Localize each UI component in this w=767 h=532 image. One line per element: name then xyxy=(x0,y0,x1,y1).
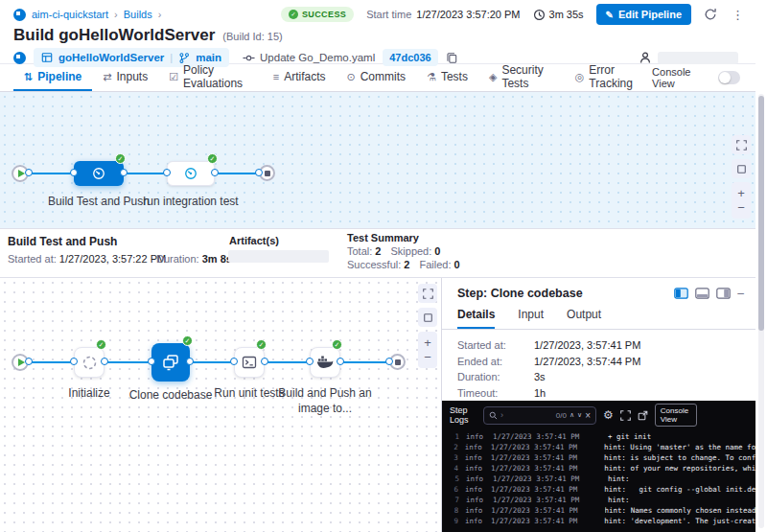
page-scrollbar[interactable] xyxy=(755,0,767,532)
step-panel-tab[interactable]: Output xyxy=(567,308,601,329)
detail-value: 1h xyxy=(534,387,546,399)
step-label[interactable]: Build and Push an image to... xyxy=(270,385,380,416)
gear-icon[interactable]: ⚙ xyxy=(603,408,614,422)
log-line[interactable]: 8 info 1/27/2023 3:57:41 PM hint: Names … xyxy=(442,505,755,516)
tab[interactable]: ◎ Error Tracking xyxy=(565,64,652,91)
layout-bottom-split-icon[interactable] xyxy=(695,288,709,299)
close-icon[interactable]: × xyxy=(585,411,591,420)
user-icon xyxy=(639,51,652,64)
console-view-button[interactable]: Console View xyxy=(655,404,697,427)
connector-dot xyxy=(163,169,171,176)
zoom-in-button[interactable]: + xyxy=(424,336,431,349)
layout-right-split-icon[interactable] xyxy=(674,288,688,299)
tab-label: Policy Evaluations xyxy=(183,63,252,90)
tab[interactable]: ≡ Artifacts xyxy=(263,64,337,91)
terminal-icon xyxy=(242,355,257,370)
log-line[interactable]: 9 info 1/27/2023 3:57:41 PM hint: 'devel… xyxy=(442,516,755,526)
log-timestamp: 1/27/2023 3:57:41 PM xyxy=(491,463,577,474)
breadcrumb-builds[interactable]: Builds xyxy=(124,9,152,20)
fullscreen-button[interactable] xyxy=(732,135,751,154)
log-line[interactable]: 4 info 1/27/2023 3:57:41 PM hint: of you… xyxy=(442,463,755,474)
step-panel-tab[interactable]: Details xyxy=(457,308,495,329)
fullscreen-button[interactable] xyxy=(418,284,437,303)
expand-logs-icon[interactable] xyxy=(620,410,631,421)
layout-right-panel-icon[interactable] xyxy=(716,288,731,299)
artifacts-label: Artifact(s) xyxy=(229,235,279,246)
log-message: hint: xyxy=(608,495,630,505)
detail-value: 1/27/2023, 3:57:41 PM xyxy=(534,339,640,351)
tab-label: Error Tracking xyxy=(589,63,641,90)
tab-icon: ⚗ xyxy=(427,71,436,83)
kebab-menu-button[interactable]: ⋮ xyxy=(730,8,746,22)
artifact-redacted[interactable] xyxy=(228,250,329,263)
connector-line xyxy=(215,173,259,174)
step-panel-tab[interactable]: Input xyxy=(518,308,544,329)
tab-icon: ☑ xyxy=(169,71,178,83)
test-summary-title: Test Summary xyxy=(347,232,419,243)
log-line[interactable]: 2 info 1/27/2023 3:57:41 PM hint: Using … xyxy=(442,442,755,452)
tab[interactable]: ⇄ Inputs xyxy=(92,64,158,91)
breadcrumb-project[interactable]: aim-ci-quickstart xyxy=(32,9,108,20)
tab[interactable]: ☑ Policy Evaluations xyxy=(158,64,263,91)
stage-label[interactable]: Build Test and Push xyxy=(46,194,151,209)
detail-label: Duration: xyxy=(457,371,534,382)
zoom-out-button[interactable]: − xyxy=(424,351,431,363)
tab-label: Commits xyxy=(360,70,406,83)
refresh-button[interactable] xyxy=(704,8,717,21)
scrollbar-thumb[interactable] xyxy=(758,96,764,331)
connector-line xyxy=(190,361,234,363)
log-level: info xyxy=(465,484,482,495)
ci-stage-icon xyxy=(92,167,105,180)
log-line[interactable]: 1 info 1/27/2023 3:57:41 PM + git init xyxy=(442,431,755,442)
connector-line xyxy=(105,361,151,363)
total-label: Total: xyxy=(347,245,372,257)
log-message: hint: is subject to change. To configure xyxy=(604,452,755,463)
zoom-out-button[interactable]: − xyxy=(737,201,745,214)
log-line[interactable]: 7 info 1/27/2023 3:57:41 PM hint: xyxy=(442,495,755,505)
step-graph-canvas[interactable]: ✓ ✓ ✓ ✓ Initialize Clone c xyxy=(0,278,441,532)
commit-message[interactable]: Update Go_Demo.yaml xyxy=(260,52,375,63)
play-icon xyxy=(18,170,25,177)
zoom-in-button[interactable]: + xyxy=(737,187,745,199)
edit-pipeline-button[interactable]: ✎ Edit Pipeline xyxy=(596,4,691,25)
detail-row: Duration: 3s xyxy=(457,369,746,385)
log-timestamp: 1/27/2023 3:57:41 PM xyxy=(491,505,577,516)
fit-to-view-button[interactable] xyxy=(732,159,751,178)
stage-label[interactable]: run integration test xyxy=(138,194,244,209)
stage-graph-canvas[interactable]: ✓ ✓ Build Test and Push run integration … xyxy=(0,92,755,228)
console-view-toggle[interactable] xyxy=(718,71,740,84)
connector-line xyxy=(29,361,74,363)
tab-icon: ⊙ xyxy=(346,71,355,83)
tab[interactable]: ⊙ Commits xyxy=(336,64,416,91)
log-level: info xyxy=(465,452,482,463)
stop-icon xyxy=(395,359,401,365)
connector-line xyxy=(340,361,389,363)
log-level: info xyxy=(465,505,482,516)
log-message: hint: Names commonly chosen instead of xyxy=(605,505,755,516)
minimize-panel-icon[interactable]: – xyxy=(737,289,744,298)
duration-label: Duration: xyxy=(156,253,199,265)
fit-to-view-button[interactable] xyxy=(418,308,437,327)
tab-label: Pipeline xyxy=(37,70,81,83)
log-line[interactable]: 5 info 1/27/2023 3:57:41 PM hint: xyxy=(442,474,755,484)
harness-logo-icon xyxy=(13,9,26,21)
log-line[interactable]: 6 info 1/27/2023 3:57:41 PM hint: git co… xyxy=(442,484,755,495)
tab[interactable]: ◈ Security Tests xyxy=(478,64,565,91)
copy-icon[interactable] xyxy=(446,52,457,63)
success-check-icon: ✓ xyxy=(182,335,193,346)
tab[interactable]: ⇅ Pipeline xyxy=(13,64,92,91)
log-message: hint: of your new repositories, which w xyxy=(604,463,755,474)
stage-node-run-integration-test[interactable] xyxy=(167,161,215,186)
log-search-input[interactable]: › 0/0 ∧ ∨ × xyxy=(483,406,596,425)
log-message: + git init xyxy=(608,431,651,442)
status-text: SUCCESS xyxy=(302,10,346,19)
stage-node-build-test-and-push[interactable] xyxy=(74,161,124,186)
connector-dot xyxy=(70,358,78,365)
log-line[interactable]: 3 info 1/27/2023 3:57:41 PM hint: is sub… xyxy=(442,452,755,463)
external-link-icon[interactable] xyxy=(638,410,648,421)
step-node-clone-codebase[interactable] xyxy=(151,343,190,382)
chevron-up-icon[interactable]: ∧ xyxy=(569,411,574,419)
play-icon xyxy=(18,359,25,366)
chevron-down-icon[interactable]: ∨ xyxy=(577,411,582,419)
tab[interactable]: ⚗ Tests xyxy=(416,64,478,91)
